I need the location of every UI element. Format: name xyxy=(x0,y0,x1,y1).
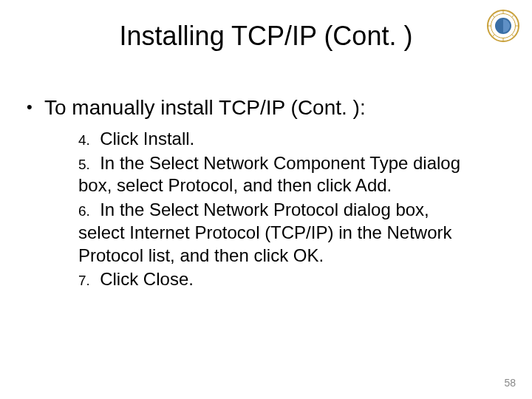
slide: Installing TCP/IP (Cont. ) • To manually… xyxy=(0,0,532,399)
step-text: In the Select Network Component Type dia… xyxy=(78,153,460,196)
step-text: Click Install. xyxy=(100,129,194,149)
step-list: 4. Click Install. 5. In the Select Netwo… xyxy=(78,128,473,291)
list-item: 7. Click Close. xyxy=(78,268,473,291)
bullet-item: • To manually install TCP/IP (Cont. ): xyxy=(27,95,502,120)
slide-content: • To manually install TCP/IP (Cont. ): 4… xyxy=(27,95,502,293)
page-number: 58 xyxy=(504,377,516,389)
bullet-marker-icon: • xyxy=(27,95,44,120)
bullet-text: To manually install TCP/IP (Cont. ): xyxy=(44,95,366,120)
step-number: 4. xyxy=(78,132,90,148)
list-item: 6. In the Select Network Protocol dialog… xyxy=(78,199,473,267)
list-item: 4. Click Install. xyxy=(78,128,473,151)
step-number: 7. xyxy=(78,273,90,288)
step-number: 6. xyxy=(78,203,90,219)
step-number: 5. xyxy=(78,157,90,172)
slide-title: Installing TCP/IP (Cont. ) xyxy=(0,21,532,52)
step-text: Click Close. xyxy=(100,269,194,289)
list-item: 5. In the Select Network Component Type … xyxy=(78,152,473,197)
step-text: In the Select Network Protocol dialog bo… xyxy=(78,200,452,265)
